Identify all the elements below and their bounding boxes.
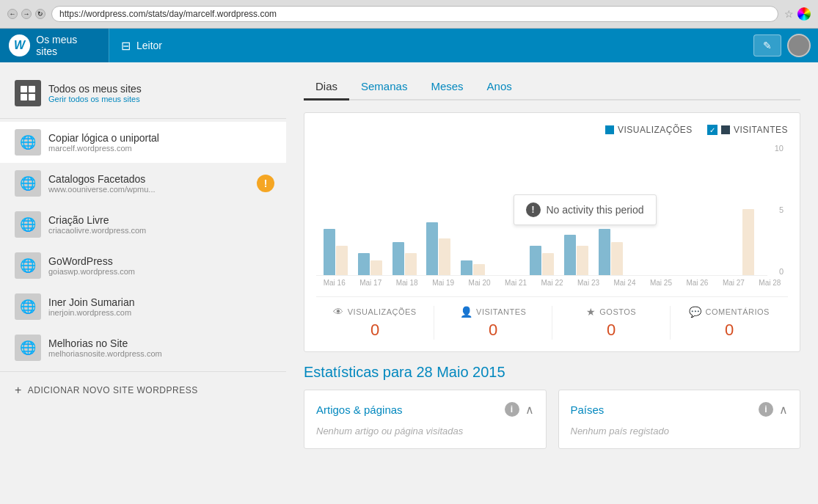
legend-views[interactable]: VISUALIZAÇÕES (605, 125, 693, 135)
site-name-4: Iner Join Sumarian (48, 296, 135, 308)
avatar[interactable] (787, 34, 811, 57)
bar-group-0 (319, 229, 352, 275)
tab-meses[interactable]: Meses (419, 74, 475, 101)
sidebar-site-3[interactable]: 🌐 GoWordPress goiaswp.wordpress.com (0, 245, 286, 286)
wp-logo: W (9, 34, 30, 56)
views-icon: 👁 (333, 306, 344, 318)
x-label-2: Mai 18 (389, 279, 425, 287)
add-site-button[interactable]: + ADICIONAR NOVO SITE WORDPRESS (0, 375, 286, 406)
countries-header: Países i ∧ (571, 402, 789, 417)
bar-group-3 (423, 222, 456, 275)
visitors-checkbox (707, 125, 717, 135)
edit-button[interactable]: ✎ (753, 34, 781, 56)
bar-group-4 (456, 260, 489, 275)
bar-views-6 (530, 246, 541, 275)
site-icon-0: 🌐 (15, 129, 41, 156)
bar-visitors-0 (336, 246, 348, 275)
site-url-0: marcelf.wordpress.com (48, 144, 159, 153)
countries-title: Países (571, 403, 753, 416)
x-label-11: Mai 27 (715, 279, 751, 287)
x-label-12: Mai 28 (752, 279, 788, 287)
bar-group-2 (388, 242, 421, 275)
bar-visitors-4 (473, 264, 485, 275)
tab-anos[interactable]: Anos (475, 74, 524, 101)
x-label-10: Mai 26 (679, 279, 715, 287)
bar-visitors-6 (542, 253, 554, 275)
browser-chrome: ← → ↻ https://wordpress.com/stats/day/ma… (0, 0, 818, 29)
bookmark-icon[interactable]: ☆ (784, 8, 794, 20)
site-text-2: Criação Livre criacaolivre.wordpress.com (48, 214, 146, 235)
sidebar-site-5[interactable]: 🌐 Melhorias no Site melhoriasnosite.word… (0, 327, 286, 368)
add-icon: + (15, 384, 22, 397)
tab-dias[interactable]: Dias (304, 74, 349, 101)
stats-chart-card: VISUALIZAÇÕES VISITANTES (304, 112, 800, 352)
sidebar-site-2[interactable]: 🌐 Criação Livre criacaolivre.wordpress.c… (0, 204, 286, 245)
stats-grid: Artigos & páginas i ∧ Nenhum artigo ou p… (304, 390, 800, 449)
bar-views-3 (426, 222, 438, 275)
sidebar-site-1[interactable]: 🌐 Catalogos Facetados www.oouniverse.com… (0, 163, 286, 204)
likes-icon: ★ (586, 306, 596, 318)
x-label-8: Mai 24 (607, 279, 643, 287)
back-button[interactable]: ← (7, 9, 18, 19)
countries-collapse-icon[interactable]: ∧ (779, 403, 788, 417)
my-sites-area[interactable]: W Os meus sites (0, 29, 109, 62)
tab-semanas[interactable]: Semanas (349, 74, 419, 101)
wp-topbar: W Os meus sites ⊟ Leitor ✎ (0, 29, 818, 62)
all-sites-text: Todos os meus sites Gerir todos os meus … (48, 83, 142, 103)
site-name-3: GoWordPress (48, 255, 135, 267)
stat-comments: 💬 COMENTÁRIOS 0 (671, 306, 788, 340)
site-name-2: Criação Livre (48, 214, 146, 226)
articles-collapse-icon[interactable]: ∧ (525, 403, 534, 417)
sidebar-site-0[interactable]: 🌐 Copiar lógica o uniportal marcelf.word… (0, 122, 286, 163)
legend-visitors[interactable]: VISITANTES (707, 125, 788, 135)
likes-value: 0 (607, 321, 616, 340)
chart-bars: ! No activity this period (316, 144, 767, 276)
articles-info-icon[interactable]: i (505, 402, 519, 417)
stat-likes: ★ GOSTOS 0 (552, 306, 671, 340)
site-text-1: Catalogos Facetados www.oouniverse.com/w… (48, 173, 156, 194)
estatisticas-title: Estatísticas para 28 Maio 2015 (304, 364, 800, 381)
site-icon-2: 🌐 (15, 211, 41, 238)
sidebar-site-4[interactable]: 🌐 Iner Join Sumarian inerjoin.wordpress.… (0, 286, 286, 327)
x-label-4: Mai 20 (461, 279, 497, 287)
x-label-0: Mai 16 (316, 279, 352, 287)
site-name-1: Catalogos Facetados (48, 173, 156, 185)
countries-empty-text: Nenhum país registado (571, 426, 789, 437)
address-bar[interactable]: https://wordpress.com/stats/day/marcelf.… (51, 6, 778, 22)
bar-group-8 (594, 229, 627, 275)
bar-group-7 (560, 235, 593, 275)
bar-views-7 (564, 235, 576, 275)
views-color (605, 125, 614, 134)
all-sites-title: Todos os meus sites (48, 83, 142, 95)
bar-group-1 (354, 253, 387, 275)
bar-visitors-1 (370, 260, 382, 275)
bar-visitors-12 (742, 209, 754, 275)
x-label-6: Mai 22 (534, 279, 570, 287)
site-text-4: Iner Join Sumarian inerjoin.wordpress.co… (48, 296, 135, 317)
all-sites-item[interactable]: Todos os meus sites Gerir todos os meus … (0, 74, 286, 115)
forward-button[interactable]: → (21, 9, 32, 19)
stat-views: 👁 VISUALIZAÇÕES 0 (316, 306, 434, 340)
bar-visitors-7 (577, 246, 588, 275)
articles-section: Artigos & páginas i ∧ Nenhum artigo ou p… (304, 390, 547, 449)
comments-value: 0 (725, 321, 734, 340)
refresh-button[interactable]: ↻ (35, 9, 45, 19)
main-layout: Todos os meus sites Gerir todos os meus … (0, 62, 818, 504)
visitors-color (721, 125, 730, 134)
no-activity-icon: ! (525, 202, 540, 217)
site-icon-3: 🌐 (15, 252, 41, 279)
views-stat-label: VISUALIZAÇÕES (348, 307, 417, 316)
articles-header: Artigos & páginas i ∧ (316, 402, 534, 417)
bar-visitors-3 (439, 238, 450, 275)
comments-stat-label: COMENTÁRIOS (706, 307, 770, 316)
site-warning-icon-1: ! (257, 175, 274, 192)
reader-area[interactable]: ⊟ Leitor (109, 29, 174, 62)
bar-views-2 (392, 242, 404, 275)
site-url-2: criacaolivre.wordpress.com (48, 226, 146, 235)
site-url-1: www.oouniverse.com/wpmu... (48, 185, 156, 194)
countries-info-icon[interactable]: i (759, 402, 773, 417)
x-label-9: Mai 25 (643, 279, 679, 287)
comments-icon: 💬 (689, 306, 702, 318)
site-url-3: goiaswp.wordpress.com (48, 267, 135, 276)
no-activity-tooltip: ! No activity this period (513, 194, 656, 225)
